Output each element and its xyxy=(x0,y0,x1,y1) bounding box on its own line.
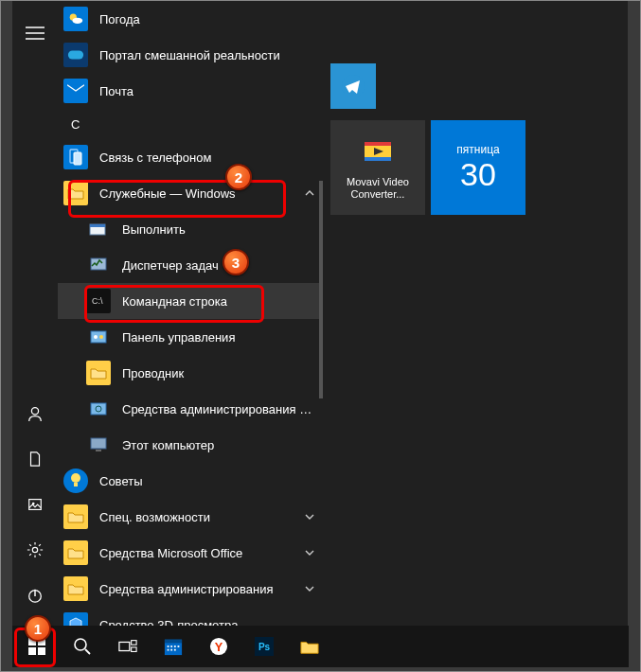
app-ms-office[interactable]: Средства Microsoft Office xyxy=(58,535,323,571)
scrollbar[interactable] xyxy=(319,1,323,626)
svg-rect-39 xyxy=(168,645,169,647)
tile-movavi[interactable]: Movavi Video Converter... xyxy=(330,120,425,215)
svg-point-6 xyxy=(72,18,82,24)
marker-2: 2 xyxy=(225,164,252,190)
svg-point-17 xyxy=(94,335,98,339)
tile-label: Movavi Video Converter... xyxy=(334,176,421,201)
taskbar-yandex[interactable]: Y xyxy=(196,626,241,667)
svg-rect-21 xyxy=(91,438,106,449)
svg-rect-10 xyxy=(74,152,81,165)
app-label: Этот компьютер xyxy=(122,438,323,452)
app-mail[interactable]: Почта xyxy=(58,73,323,109)
marker-1: 1 xyxy=(25,615,51,642)
svg-rect-40 xyxy=(170,645,172,647)
user-button[interactable] xyxy=(12,391,58,436)
app-cmd[interactable]: C:\ Командная строка xyxy=(58,283,323,319)
app-label: Командная строка xyxy=(122,294,323,309)
taskbar-explorer[interactable] xyxy=(287,626,332,667)
svg-rect-36 xyxy=(132,647,136,652)
app-this-pc[interactable]: Этот компьютер xyxy=(58,427,323,463)
svg-rect-45 xyxy=(174,649,176,651)
app-explorer[interactable]: Проводник xyxy=(58,355,323,391)
app-label: Спец. возможности xyxy=(99,510,296,524)
taskbar-calendar[interactable] xyxy=(151,626,196,667)
app-list: Погода Портал смешанной реальности Почта… xyxy=(58,1,323,626)
svg-rect-43 xyxy=(168,649,169,651)
app-label: Панель управления xyxy=(122,330,323,345)
tile-area: Movavi Video Converter... пятница 30 xyxy=(323,1,628,626)
calendar-date: 30 xyxy=(460,156,496,193)
app-label: Почта xyxy=(99,84,323,98)
taskbar-photoshop[interactable]: Ps xyxy=(241,626,287,667)
app-3d-viewer[interactable]: Средство 3D-просмотра xyxy=(58,607,323,626)
app-accessibility[interactable]: Спец. возможности xyxy=(58,499,323,535)
app-label: Средства Microsoft Office xyxy=(99,546,296,560)
svg-rect-41 xyxy=(174,645,176,647)
marker-3: 3 xyxy=(223,249,249,275)
tile-calendar[interactable]: пятница 30 xyxy=(431,120,525,215)
svg-point-18 xyxy=(99,335,103,339)
svg-point-0 xyxy=(31,408,38,415)
app-admin-tools[interactable]: Средства администрирования xyxy=(58,571,323,607)
pictures-button[interactable] xyxy=(12,482,58,527)
tile-telegram[interactable] xyxy=(330,63,376,109)
svg-text:Ps: Ps xyxy=(258,642,271,652)
svg-rect-1 xyxy=(29,500,42,510)
taskbar: Y Ps xyxy=(12,626,629,667)
svg-text:Y: Y xyxy=(215,640,223,654)
svg-rect-42 xyxy=(178,645,180,647)
app-label: Средство 3D-просмотра xyxy=(99,618,323,627)
calendar-day: пятница xyxy=(456,143,499,156)
app-label: Служебные — Windows xyxy=(99,186,296,201)
svg-rect-44 xyxy=(170,649,172,651)
svg-point-3 xyxy=(32,547,37,552)
app-mixed-reality[interactable]: Портал смешанной реальности xyxy=(58,37,323,73)
app-label: Проводник xyxy=(122,366,323,380)
app-tips[interactable]: Советы xyxy=(58,463,323,499)
app-admin-tools-short[interactable]: Средства администрирования Wi... xyxy=(58,391,323,427)
svg-rect-24 xyxy=(74,483,78,486)
start-rail xyxy=(12,1,58,626)
app-task-manager[interactable]: Диспетчер задач xyxy=(58,247,323,283)
taskview-button[interactable] xyxy=(105,626,151,667)
letter-header-c[interactable]: С xyxy=(58,109,323,139)
svg-rect-12 xyxy=(90,224,105,227)
app-label: Средства администрирования Wi... xyxy=(122,402,323,416)
svg-rect-35 xyxy=(132,641,136,645)
app-label: Советы xyxy=(99,474,323,488)
svg-rect-27 xyxy=(365,142,391,146)
search-button[interactable] xyxy=(60,626,105,667)
power-button[interactable] xyxy=(12,573,58,618)
app-label: Выполнить xyxy=(122,222,323,237)
app-label: Средства администрирования xyxy=(99,582,296,596)
app-run[interactable]: Выполнить xyxy=(58,211,323,247)
documents-button[interactable] xyxy=(12,436,58,482)
svg-rect-7 xyxy=(68,51,83,60)
svg-rect-22 xyxy=(96,450,101,451)
svg-point-23 xyxy=(71,473,80,483)
app-control-panel[interactable]: Панель управления xyxy=(58,319,323,355)
svg-text:C:\: C:\ xyxy=(92,296,103,306)
svg-rect-19 xyxy=(91,403,106,415)
svg-rect-38 xyxy=(165,640,182,644)
app-weather[interactable]: Погода xyxy=(58,1,323,37)
svg-rect-28 xyxy=(365,157,391,161)
app-label: Погода xyxy=(99,12,323,27)
start-menu: Погода Портал смешанной реальности Почта… xyxy=(12,1,628,626)
svg-point-33 xyxy=(75,639,86,650)
hamburger-button[interactable] xyxy=(12,10,58,56)
app-label: Связь с телефоном xyxy=(99,150,323,165)
svg-rect-34 xyxy=(119,642,130,650)
app-system-windows[interactable]: Служебные — Windows xyxy=(58,175,323,211)
svg-rect-32 xyxy=(38,647,45,655)
app-label: Портал смешанной реальности xyxy=(99,48,323,62)
svg-rect-16 xyxy=(91,331,106,343)
svg-rect-31 xyxy=(28,647,36,655)
app-phone-link[interactable]: Связь с телефоном xyxy=(58,139,323,175)
settings-button[interactable] xyxy=(12,527,58,573)
